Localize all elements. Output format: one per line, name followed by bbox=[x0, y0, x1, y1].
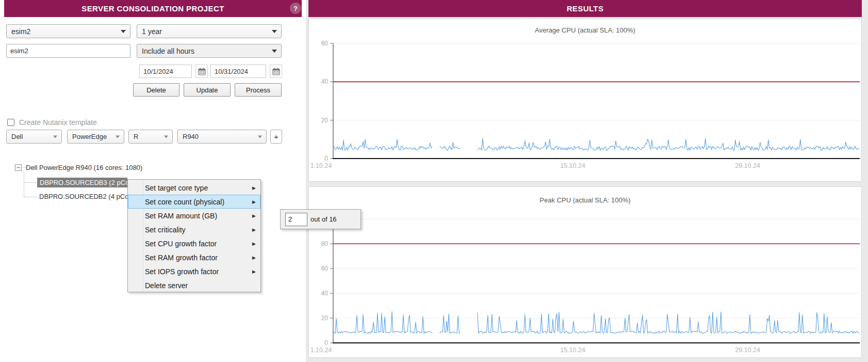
chevron-down-icon bbox=[116, 135, 120, 138]
series-select[interactable]: R bbox=[128, 130, 173, 144]
tree-collapse-toggle[interactable]: − bbox=[15, 164, 22, 171]
context-menu-item[interactable]: Set RAM amount (GB)▶ bbox=[128, 209, 260, 223]
submenu-arrow-icon: ▶ bbox=[252, 199, 256, 204]
svg-text:29.10.24: 29.10.24 bbox=[735, 162, 760, 169]
nutanix-template-label: Create Nutanix template bbox=[19, 118, 97, 127]
svg-text:20: 20 bbox=[321, 314, 329, 322]
context-menu-item[interactable]: Set core count (physical)▶ bbox=[128, 195, 260, 209]
chevron-down-icon bbox=[164, 135, 168, 138]
tree-root-node[interactable]: Dell PowerEdge R940 (16 cores: 1080) bbox=[26, 164, 142, 171]
svg-text:0: 0 bbox=[324, 155, 328, 162]
tree-connector-line bbox=[24, 197, 38, 197]
date-to-input[interactable] bbox=[210, 65, 266, 78]
context-menu-item[interactable]: Set IOPS growth factor▶ bbox=[128, 264, 260, 278]
core-count-suffix-label: out of 16 bbox=[310, 215, 337, 223]
svg-text:15.10.24: 15.10.24 bbox=[560, 162, 585, 169]
svg-text:60: 60 bbox=[321, 40, 329, 47]
chevron-down-icon bbox=[121, 30, 126, 33]
svg-text:0: 0 bbox=[324, 339, 328, 347]
core-count-submenu: out of 16 bbox=[280, 209, 361, 229]
chart-card-peak-cpu: Peak CPU (actual SLA: 100%) 0204060801.1… bbox=[308, 186, 862, 358]
server-consolidation-app: SERVER CONSOLIDATION PROJECT ? esim2 1 y… bbox=[0, 0, 868, 362]
left-panel-header: SERVER CONSOLIDATION PROJECT bbox=[4, 0, 302, 17]
results-title: RESULTS bbox=[567, 4, 604, 13]
vendor-select[interactable]: Dell bbox=[6, 130, 62, 144]
menu-item-label: Set core count (physical) bbox=[145, 198, 224, 206]
calendar-icon bbox=[198, 67, 206, 76]
svg-text:60: 60 bbox=[321, 265, 329, 272]
plus-icon: + bbox=[274, 132, 279, 141]
chart-card-average-cpu: Average CPU (actual SLA: 100%) 02040601.… bbox=[308, 19, 862, 182]
date-from-calendar-button[interactable] bbox=[195, 65, 208, 78]
nutanix-template-checkbox[interactable] bbox=[7, 119, 14, 126]
help-button[interactable]: ? bbox=[290, 3, 301, 14]
calendar-icon bbox=[272, 67, 281, 76]
peak-cpu-chart: 0204060801.10.2415.10.2429.10.24 bbox=[309, 187, 862, 358]
family-select[interactable]: PowerEdge bbox=[67, 130, 124, 144]
tree-connector-line bbox=[24, 171, 24, 197]
tree-node-sourcedb2[interactable]: DBPRO.SOURCEDB2 (4 pCores: bbox=[39, 192, 127, 201]
process-button[interactable]: Process bbox=[235, 83, 282, 97]
hours-select[interactable]: Include all hours bbox=[137, 44, 282, 58]
left-panel-title: SERVER CONSOLIDATION PROJECT bbox=[81, 4, 224, 13]
average-cpu-chart: 02040601.10.2415.10.2429.10.24 bbox=[309, 19, 862, 182]
duration-select[interactable]: 1 year bbox=[137, 24, 282, 38]
hours-select-value: Include all hours bbox=[142, 47, 194, 55]
update-button[interactable]: Update bbox=[184, 83, 231, 97]
menu-item-label: Set criticality bbox=[145, 226, 186, 234]
context-menu-item[interactable]: Delete server bbox=[128, 278, 260, 292]
project-name-input[interactable] bbox=[6, 44, 130, 58]
menu-item-label: Set RAM growth factor bbox=[145, 254, 218, 262]
family-select-value: PowerEdge bbox=[72, 133, 107, 140]
project-select[interactable]: esim2 bbox=[6, 24, 130, 38]
menu-item-label: Set CPU growth factor bbox=[145, 240, 217, 248]
question-mark-icon: ? bbox=[293, 5, 298, 12]
series-select-value: R bbox=[134, 133, 138, 140]
svg-text:1.10.24: 1.10.24 bbox=[310, 162, 332, 169]
menu-item-label: Set target core type bbox=[145, 184, 208, 192]
context-menu-item[interactable]: Set criticality▶ bbox=[128, 223, 260, 237]
svg-text:80: 80 bbox=[321, 240, 329, 247]
model-select-value: R940 bbox=[183, 133, 199, 140]
menu-item-label: Delete server bbox=[145, 281, 188, 290]
submenu-arrow-icon: ▶ bbox=[252, 269, 256, 274]
context-menu-item[interactable]: Set target core type▶ bbox=[128, 181, 260, 195]
menu-item-label: Set IOPS growth factor bbox=[145, 267, 219, 276]
svg-text:40: 40 bbox=[321, 290, 329, 297]
model-select[interactable]: R940 bbox=[177, 130, 267, 144]
add-server-button[interactable]: + bbox=[270, 130, 282, 144]
context-menu-item[interactable]: Set CPU growth factor▶ bbox=[128, 237, 260, 250]
svg-text:20: 20 bbox=[321, 117, 329, 124]
context-menu-item[interactable]: Set RAM growth factor▶ bbox=[128, 250, 260, 264]
submenu-arrow-icon: ▶ bbox=[252, 241, 256, 246]
chevron-down-icon bbox=[272, 50, 277, 53]
results-panel-header: RESULTS bbox=[308, 0, 862, 17]
delete-button[interactable]: Delete bbox=[133, 83, 179, 97]
submenu-arrow-icon: ▶ bbox=[252, 185, 256, 191]
tree-connector-line bbox=[24, 182, 36, 183]
minus-icon: − bbox=[17, 165, 20, 170]
submenu-arrow-icon: ▶ bbox=[252, 255, 256, 260]
svg-text:15.10.24: 15.10.24 bbox=[560, 347, 585, 354]
menu-item-label: Set RAM amount (GB) bbox=[145, 212, 217, 220]
vendor-select-value: Dell bbox=[11, 133, 23, 140]
context-menu: Set target core type▶Set core count (phy… bbox=[127, 179, 261, 292]
tree-node-sourcedb3[interactable]: DBPRO.SOURCEDB3 (2 pCores: bbox=[37, 178, 127, 187]
submenu-arrow-icon: ▶ bbox=[252, 213, 256, 218]
chevron-down-icon bbox=[258, 135, 262, 138]
svg-text:40: 40 bbox=[321, 78, 329, 85]
submenu-arrow-icon: ▶ bbox=[252, 227, 256, 232]
svg-text:29.10.24: 29.10.24 bbox=[735, 347, 760, 354]
core-count-input[interactable] bbox=[285, 213, 307, 226]
svg-text:1.10.24: 1.10.24 bbox=[310, 347, 332, 354]
chevron-down-icon bbox=[272, 30, 277, 33]
chevron-down-icon bbox=[53, 135, 57, 138]
tree-connector-line bbox=[22, 167, 26, 168]
duration-select-value: 1 year bbox=[142, 27, 162, 36]
date-from-input[interactable] bbox=[139, 65, 192, 78]
project-select-value: esim2 bbox=[11, 27, 30, 36]
date-to-calendar-button[interactable] bbox=[270, 65, 282, 78]
nutanix-template-row: Create Nutanix template bbox=[7, 118, 97, 127]
